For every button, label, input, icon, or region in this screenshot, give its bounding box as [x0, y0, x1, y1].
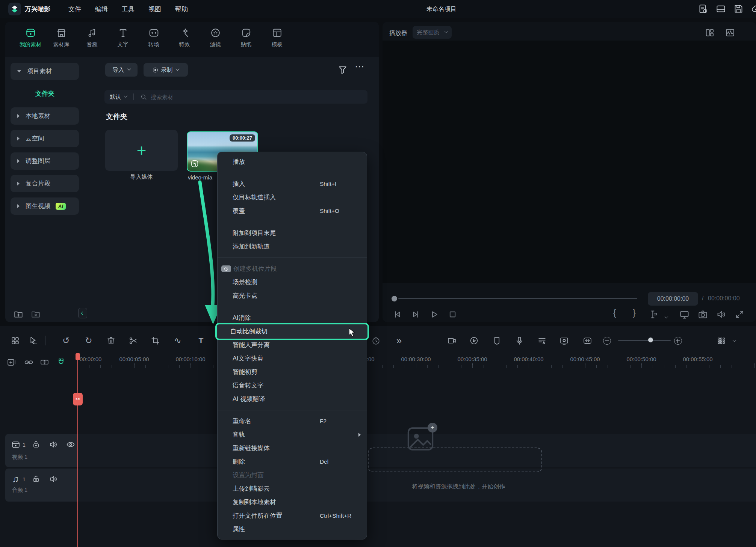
redo-icon[interactable]: ↻	[83, 335, 94, 346]
playhead-handle[interactable]	[76, 353, 80, 360]
context-menu-item[interactable]: 属性	[218, 523, 367, 536]
menubar-item[interactable]: 帮助	[175, 5, 188, 14]
sidebar-item[interactable]: 图生视频 AI	[11, 197, 79, 215]
context-menu-item[interactable]: 高光卡点	[218, 289, 367, 303]
context-menu-item[interactable]: AI 视频翻译	[218, 392, 367, 406]
render-preview-icon[interactable]	[446, 335, 457, 346]
snap-magnet-icon[interactable]	[56, 357, 66, 367]
record-button[interactable]: 录制	[144, 63, 188, 77]
panel-layout-icon[interactable]	[716, 4, 726, 14]
context-menu-item[interactable]: 重命名 F2	[218, 414, 367, 428]
context-menu-item[interactable]	[218, 303, 367, 311]
library-tab[interactable]: 贴纸	[235, 22, 257, 57]
collapse-sidebar-button[interactable]	[78, 308, 87, 318]
playback-quality-dropdown[interactable]: 完整画质	[413, 26, 452, 39]
save-icon[interactable]	[733, 4, 744, 14]
playhead[interactable]	[77, 353, 78, 547]
undo-icon[interactable]: ↺	[61, 335, 71, 346]
playhead-trim-handle[interactable]: ✂	[73, 393, 83, 405]
menubar-item[interactable]: 编辑	[95, 5, 108, 14]
menubar-item[interactable]: 工具	[122, 5, 135, 14]
context-menu-item[interactable]: 语音转文字	[218, 379, 367, 392]
context-menu-item[interactable]: 删除 Del	[218, 455, 367, 469]
task-list-icon[interactable]	[698, 4, 708, 14]
context-menu-item[interactable]: 智能初剪	[218, 365, 367, 379]
chevron-down-icon[interactable]	[729, 335, 739, 346]
mute-track-icon[interactable]	[49, 475, 58, 484]
menubar-item[interactable]: 文件	[68, 5, 81, 14]
marker-icon[interactable]	[491, 335, 502, 346]
chevron-down-icon[interactable]	[124, 94, 128, 98]
previous-frame-button[interactable]	[392, 309, 402, 319]
filter-icon[interactable]	[337, 65, 348, 75]
context-menu-item[interactable]	[218, 406, 367, 414]
timeline-zoom-slider[interactable]	[618, 340, 671, 341]
library-tab[interactable]: 特效	[174, 22, 195, 57]
voiceover-mic-icon[interactable]	[514, 335, 525, 346]
sidebar-item[interactable]: 云空间	[11, 130, 79, 147]
mute-track-icon[interactable]	[49, 440, 58, 449]
context-menu-item[interactable]: 添加到新轨道	[218, 240, 367, 253]
context-menu-item[interactable]: 仅目标轨道插入	[218, 191, 367, 204]
zoom-out-icon[interactable]	[602, 335, 612, 346]
context-menu-item[interactable]: 打开文件所在位置 Ctrl+Shift+R	[218, 509, 367, 523]
ripple-edit-icon[interactable]	[39, 357, 50, 367]
library-tab[interactable]: 文字	[112, 22, 134, 57]
stop-button[interactable]	[448, 309, 458, 319]
sidebar-item[interactable]: 本地素材	[11, 107, 79, 125]
sort-dropdown[interactable]: 默认	[110, 93, 121, 101]
lock-track-icon[interactable]	[32, 475, 41, 484]
context-menu-item[interactable]: AI文字快剪	[218, 352, 367, 365]
context-menu-item[interactable]: 覆盖 Shift+O	[218, 204, 367, 218]
cloud-sync-icon[interactable]	[751, 4, 756, 14]
context-menu-item[interactable]: 播放	[218, 155, 367, 169]
screen-record-icon[interactable]	[559, 335, 569, 346]
auto-ripple-icon[interactable]	[582, 335, 593, 346]
library-tab[interactable]: 模板	[266, 22, 288, 57]
sidebar-item[interactable]: 复合片段	[11, 175, 79, 192]
video-track-header[interactable]	[5, 434, 77, 467]
mark-in-icon[interactable]: {	[613, 308, 616, 318]
delete-icon[interactable]	[106, 335, 116, 346]
context-menu-item[interactable]: 附加到项目末尾	[218, 226, 367, 240]
context-menu-item[interactable]: 自动比例裁切	[215, 323, 369, 340]
import-media-tile[interactable]: +	[105, 130, 178, 171]
quick-text-icon[interactable]: T	[196, 335, 206, 346]
add-clip-track-icon[interactable]	[6, 357, 17, 367]
context-menu-item[interactable]: 重新链接媒体	[218, 442, 367, 455]
volume-icon[interactable]	[716, 309, 726, 319]
context-menu-item[interactable]	[218, 218, 367, 226]
sidebar-item[interactable]: 项目素材	[11, 63, 79, 80]
audio-to-text-icon[interactable]	[537, 335, 547, 346]
search-input[interactable]	[151, 94, 362, 100]
library-tab[interactable]: 我的素材	[20, 22, 41, 57]
scopes-icon[interactable]	[725, 28, 735, 38]
next-frame-button[interactable]	[411, 309, 421, 319]
sidebar-item[interactable]: 调整图层	[11, 152, 79, 170]
library-tab[interactable]: 音频	[81, 22, 103, 57]
split-icon[interactable]	[128, 335, 138, 346]
context-menu-item[interactable]: 创建多机位片段	[218, 262, 367, 276]
context-menu-item[interactable]: 场景检测	[218, 276, 367, 289]
player-layout-icon[interactable]	[705, 28, 715, 38]
play-button[interactable]	[429, 309, 439, 319]
context-menu-item[interactable]	[218, 253, 367, 262]
secondary-display-icon[interactable]	[679, 309, 689, 319]
context-menu-item[interactable]: 插入 Shift+I	[218, 177, 367, 191]
library-tab[interactable]: 转场	[143, 22, 165, 57]
app-logo-icon[interactable]	[8, 3, 21, 15]
speed-ramp-icon[interactable]: ∿	[172, 335, 183, 346]
context-menu-item[interactable]: 设置为封面	[218, 469, 367, 482]
crop-icon[interactable]	[150, 335, 160, 346]
chevron-down-icon[interactable]	[665, 313, 668, 320]
lock-track-icon[interactable]	[32, 440, 41, 449]
import-button[interactable]: 导入	[105, 63, 138, 77]
media-dropzone[interactable]	[368, 448, 542, 472]
library-tab[interactable]: 滤镜	[204, 22, 226, 57]
fullscreen-icon[interactable]	[735, 309, 745, 319]
sidebar-item[interactable]: 文件夹	[11, 88, 79, 99]
new-folder-icon[interactable]	[14, 309, 23, 319]
zoom-in-icon[interactable]	[673, 335, 683, 346]
track-manager-icon[interactable]	[716, 335, 726, 346]
context-menu-item[interactable]: 上传到喵影云	[218, 482, 367, 496]
